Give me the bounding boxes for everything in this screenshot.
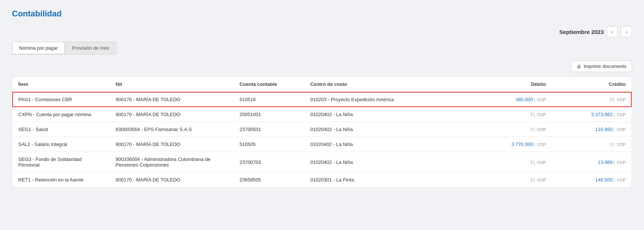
debito-value: 0 (530, 127, 533, 132)
cell-credito: 0|COP (552, 137, 632, 152)
header-debito: Débito (455, 77, 552, 92)
credito-currency: COP (617, 112, 626, 117)
accounting-table: Ítem Nit Cuenta contable Centro de costo… (12, 77, 632, 187)
cell-nit: 900170 - MARÍA DE TOLEDO (110, 107, 233, 122)
debito-value: 385.000 (515, 97, 533, 102)
cell-credito: 3.373.862|COP (552, 107, 632, 122)
header-centro: Centro de costo (304, 77, 455, 92)
cell-cuenta: 23700501 (233, 122, 304, 137)
debito-currency: COP (537, 178, 546, 182)
cell-cuenta: 25051001 (233, 107, 304, 122)
cell-item: SEG1 - Salud (12, 122, 110, 137)
cell-debito: 0|COP (455, 122, 552, 137)
page-container: Contabilidad Septiembre 2023 ‹ › Nómina … (0, 0, 644, 230)
chevron-left-icon: ‹ (612, 29, 613, 35)
date-nav: Septiembre 2023 ‹ › (559, 26, 632, 37)
top-bar: Septiembre 2023 ‹ › (12, 26, 632, 37)
table-row: SEG3 - Fondo de Solidaridad Pensional 90… (12, 152, 632, 172)
table-container: Ítem Nit Cuenta contable Centro de costo… (12, 77, 632, 187)
credito-currency: COP (617, 142, 626, 147)
debito-value: 0 (530, 112, 533, 117)
debito-currency: COP (537, 97, 546, 102)
cell-centro: 01020402 - La Niña (304, 107, 455, 122)
cell-item: PAG1 - Comisiones CBR (12, 92, 110, 107)
debito-currency: COP (537, 160, 546, 165)
cell-centro: 01020402 - La Niña (304, 122, 455, 137)
cell-debito: 3.770.000|COP (455, 137, 552, 152)
credito-value: 110.950 (595, 127, 613, 132)
cell-centro: 01020301 - La Pinta (304, 172, 455, 187)
cell-credito: 0|COP (552, 92, 632, 107)
cell-debito: 0|COP (455, 172, 552, 187)
table-header-row: Ítem Nit Cuenta contable Centro de costo… (12, 77, 632, 92)
debito-value: 3.770.000 (511, 142, 533, 147)
date-label: Septiembre 2023 (559, 29, 604, 35)
header-nit: Nit (110, 77, 233, 92)
credito-currency: COP (617, 127, 626, 132)
cell-item: SEG3 - Fondo de Solidaridad Pensional (12, 152, 110, 172)
debito-currency: COP (537, 127, 546, 132)
debito-value: 0 (530, 159, 533, 165)
tab-nomina[interactable]: Nómina por pagar (12, 42, 65, 55)
credito-currency: COP (617, 97, 626, 102)
cell-item: CXPN - Cuenta por pagar nómina (12, 107, 110, 122)
page-title: Contabilidad (12, 9, 632, 19)
credito-value: 13.869 (598, 159, 613, 165)
cell-nit: 900170 - MARÍA DE TOLEDO (110, 137, 233, 152)
credito-value: 3.373.862 (591, 112, 613, 117)
debito-currency: COP (537, 142, 546, 147)
toolbar: 🖨 Imprimir documento (12, 60, 632, 72)
tab-provision[interactable]: Provisión de mes (65, 42, 116, 55)
credito-currency: COP (617, 160, 626, 165)
table-row: RET1 - Retención en la fuente 900170 - M… (12, 172, 632, 187)
tabs-container: Nómina por pagar Provisión de mes (12, 42, 632, 55)
cell-cuenta: 23700703 (233, 152, 304, 172)
cell-cuenta: 510505 (233, 137, 304, 152)
table-row: PAG1 - Comisiones CBR 900170 - MARÍA DE … (12, 92, 632, 107)
cell-credito: 110.950|COP (552, 122, 632, 137)
credito-currency: COP (617, 178, 626, 182)
cell-cuenta: 23659505 (233, 172, 304, 187)
print-button[interactable]: 🖨 Imprimir documento (571, 60, 632, 72)
credito-value: 0 (610, 142, 613, 147)
cell-item: SAL2 - Salario Integral (12, 137, 110, 152)
cell-item: RET1 - Retención en la fuente (12, 172, 110, 187)
table-row: SEG1 - Salud 830003564 - EPS Famisanar S… (12, 122, 632, 137)
chevron-right-icon: › (626, 29, 628, 35)
print-icon: 🖨 (577, 63, 581, 69)
next-month-button[interactable]: › (621, 26, 632, 37)
cell-nit: 900170 - MARÍA DE TOLEDO (110, 172, 233, 187)
header-cuenta: Cuenta contable (233, 77, 304, 92)
header-item: Ítem (12, 77, 110, 92)
cell-credito: 146.500|COP (552, 172, 632, 187)
cell-cuenta: 510518 (233, 92, 304, 107)
cell-centro: 01020402 - La Niña (304, 137, 455, 152)
cell-debito: 0|COP (455, 152, 552, 172)
cell-centro: 01020402 - La Niña (304, 152, 455, 172)
credito-value: 146.500 (595, 177, 613, 183)
cell-centro: 010203 - Proyecto Expedición América (304, 92, 455, 107)
table-row: CXPN - Cuenta por pagar nómina 900170 - … (12, 107, 632, 122)
cell-nit: 900336004 - Administradora Colombiana de… (110, 152, 233, 172)
debito-currency: COP (537, 112, 546, 117)
cell-credito: 13.869|COP (552, 152, 632, 172)
cell-debito: 0|COP (455, 107, 552, 122)
credito-value: 0 (610, 97, 613, 102)
prev-month-button[interactable]: ‹ (607, 26, 618, 37)
cell-debito: 385.000|COP (455, 92, 552, 107)
table-row: SAL2 - Salario Integral 900170 - MARÍA D… (12, 137, 632, 152)
header-credito: Crédito (552, 77, 632, 92)
debito-value: 0 (530, 177, 533, 183)
cell-nit: 900170 - MARÍA DE TOLEDO (110, 92, 233, 107)
cell-nit: 830003564 - EPS Famisanar S.A.S (110, 122, 233, 137)
